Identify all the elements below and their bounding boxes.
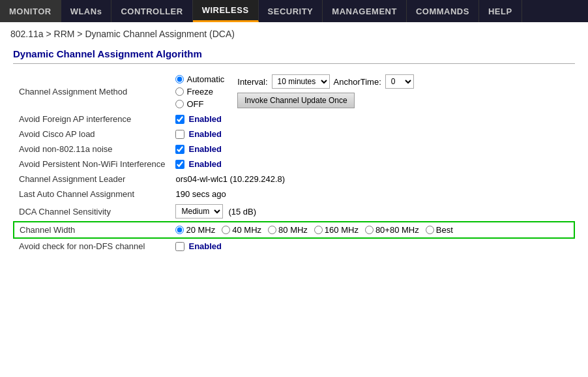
avoid-persistent-row: Avoid Persistent Non-WiFi Interference E… [14, 157, 574, 172]
method-off-option[interactable]: OFF [175, 99, 224, 109]
anchor-time-label: AnchorTime: [334, 77, 381, 87]
channel-leader-label: Channel Assignment Leader [14, 172, 170, 187]
channel-assignment-method-row: Channel Assignment Method Automatic Free… [14, 72, 574, 112]
method-automatic-label: Automatic [186, 74, 224, 84]
method-radio-group: Automatic Freeze OFF [175, 74, 224, 109]
nav-management[interactable]: MANAGEMENT [323, 0, 407, 22]
cw-160mhz-label: 160 MHz [325, 225, 359, 235]
last-auto-label: Last Auto Channel Assignment [14, 187, 170, 202]
avoid-dfs-row: Avoid check for non-DFS channel Enabled [14, 238, 574, 254]
anchor-time-select[interactable]: 0123 4567 891011 12131415 16171819 20212… [385, 74, 414, 89]
avoid-noise-checkbox[interactable] [175, 145, 184, 154]
dca-sensitivity-label: DCA Channel Sensitivity [14, 202, 170, 222]
section-title: Dynamic Channel Assignment Algorithm [13, 48, 575, 64]
top-navigation: MONITOR WLANs CONTROLLER WIRELESS SECURI… [0, 0, 588, 22]
channel-width-options: 20 MHz 40 MHz 80 MHz 160 MHz [170, 222, 574, 238]
avoid-noise-enabled: Enabled [188, 144, 222, 154]
cw-80plus80mhz-radio[interactable] [365, 226, 374, 234]
nav-commands[interactable]: COMMANDS [407, 0, 479, 22]
cw-best-option[interactable]: Best [426, 225, 453, 235]
cw-80plus80mhz-option[interactable]: 80+80 MHz [365, 225, 419, 235]
interval-select[interactable]: 10 minutes 1 minute 2 minutes 5 minutes … [272, 74, 330, 89]
method-freeze-option[interactable]: Freeze [175, 87, 224, 97]
last-auto-value: 190 secs ago [170, 187, 574, 202]
method-freeze-radio[interactable] [175, 87, 184, 96]
cw-80mhz-radio[interactable] [268, 226, 276, 234]
cw-20mhz-radio[interactable] [175, 226, 184, 234]
cw-160mhz-radio[interactable] [314, 226, 323, 234]
dca-sensitivity-note: (15 dB) [228, 207, 256, 217]
avoid-cisco-ap-enabled: Enabled [188, 129, 222, 139]
avoid-persistent-label: Avoid Persistent Non-WiFi Interference [14, 157, 170, 172]
method-automatic-radio[interactable] [175, 75, 184, 83]
avoid-foreign-ap-value: Enabled [170, 112, 574, 127]
channel-assignment-method-label: Channel Assignment Method [14, 72, 170, 112]
cw-20mhz-option[interactable]: 20 MHz [175, 225, 215, 235]
method-automatic-option[interactable]: Automatic [175, 74, 224, 84]
dca-sensitivity-select[interactable]: Low Medium High [175, 204, 223, 219]
avoid-foreign-ap-row: Avoid Foreign AP interference Enabled [14, 112, 574, 127]
avoid-foreign-ap-checkbox[interactable] [175, 115, 184, 124]
avoid-persistent-value: Enabled [170, 157, 574, 172]
cw-40mhz-radio[interactable] [222, 226, 230, 234]
cw-best-label: Best [436, 225, 453, 235]
channel-assignment-method-options: Automatic Freeze OFF Interva [170, 72, 574, 112]
last-auto-row: Last Auto Channel Assignment 190 secs ag… [14, 187, 574, 202]
avoid-cisco-ap-value: Enabled [170, 127, 574, 142]
cw-best-radio[interactable] [426, 226, 434, 234]
main-content: Dynamic Channel Assignment Algorithm Cha… [0, 42, 588, 267]
channel-width-label: Channel Width [14, 222, 170, 238]
interval-label: Interval: [237, 77, 267, 87]
method-freeze-label: Freeze [186, 87, 213, 97]
dca-sensitivity-row: DCA Channel Sensitivity Low Medium High … [14, 202, 574, 222]
dca-sensitivity-value: Low Medium High (15 dB) [170, 202, 574, 222]
cw-40mhz-label: 40 MHz [232, 225, 261, 235]
method-off-label: OFF [186, 99, 203, 109]
nav-controller[interactable]: CONTROLLER [111, 0, 192, 22]
avoid-dfs-enabled: Enabled [188, 241, 222, 251]
invoke-channel-update-button[interactable]: Invoke Channel Update Once [237, 93, 354, 108]
avoid-dfs-checkbox[interactable] [175, 242, 184, 251]
avoid-noise-row: Avoid non-802.11a noise Enabled [14, 142, 574, 157]
channel-width-row: Channel Width 20 MHz 40 MHz 80 MHz [14, 222, 574, 238]
interval-row: Interval: 10 minutes 1 minute 2 minutes … [237, 74, 413, 89]
channel-leader-row: Channel Assignment Leader ors04-wl-wlc1 … [14, 172, 574, 187]
avoid-persistent-checkbox[interactable] [175, 160, 184, 169]
avoid-persistent-enabled: Enabled [188, 159, 222, 169]
avoid-cisco-ap-row: Avoid Cisco AP load Enabled [14, 127, 574, 142]
avoid-noise-value: Enabled [170, 142, 574, 157]
cw-160mhz-option[interactable]: 160 MHz [314, 225, 359, 235]
avoid-cisco-ap-checkbox[interactable] [175, 130, 184, 139]
cw-20mhz-label: 20 MHz [186, 225, 215, 235]
cw-80mhz-label: 80 MHz [278, 225, 308, 235]
avoid-noise-label: Avoid non-802.11a noise [14, 142, 170, 157]
avoid-dfs-label: Avoid check for non-DFS channel [14, 238, 170, 254]
avoid-foreign-ap-enabled: Enabled [188, 114, 222, 124]
nav-help[interactable]: HELP [479, 0, 522, 22]
avoid-foreign-ap-label: Avoid Foreign AP interference [14, 112, 170, 127]
nav-wireless[interactable]: WIRELESS [193, 0, 259, 22]
breadcrumb: 802.11a > RRM > Dynamic Channel Assignme… [0, 22, 588, 42]
cw-80plus80mhz-label: 80+80 MHz [375, 225, 419, 235]
method-off-radio[interactable] [175, 100, 184, 108]
nav-security[interactable]: SECURITY [259, 0, 323, 22]
avoid-cisco-ap-label: Avoid Cisco AP load [14, 127, 170, 142]
avoid-dfs-value: Enabled [170, 238, 574, 254]
cw-40mhz-option[interactable]: 40 MHz [222, 225, 261, 235]
nav-monitor[interactable]: MONITOR [0, 0, 61, 22]
channel-leader-value: ors04-wl-wlc1 (10.229.242.8) [170, 172, 574, 187]
cw-80mhz-option[interactable]: 80 MHz [268, 225, 308, 235]
form-table: Channel Assignment Method Automatic Free… [13, 72, 575, 254]
nav-wlans[interactable]: WLANs [61, 0, 112, 22]
